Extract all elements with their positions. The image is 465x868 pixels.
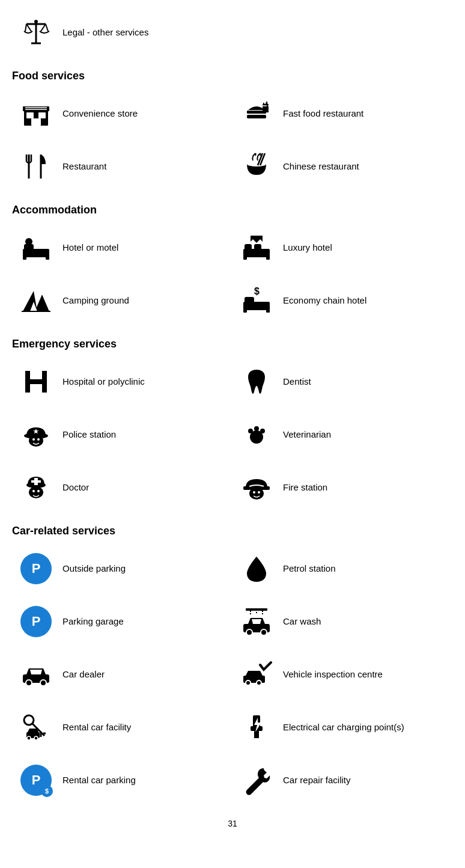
vehicle-inspection-icon <box>239 656 275 692</box>
svg-point-87 <box>246 680 251 685</box>
car-related-grid: P Outside parking Petrol station P ⌂ Par… <box>12 542 453 807</box>
page-number: 31 <box>12 819 453 828</box>
svg-point-88 <box>257 680 261 685</box>
dentist-icon <box>239 364 275 400</box>
car-repair-label: Car repair facility <box>283 774 351 786</box>
accommodation-header: Accommodation <box>12 204 453 216</box>
food-services-header: Food services <box>12 70 453 82</box>
fire-station-item: Fire station <box>232 461 453 514</box>
car-repair-icon <box>239 762 275 798</box>
rental-parking-item: P $ Rental car parking <box>12 754 232 807</box>
camping-ground-item: Camping ground <box>12 274 232 327</box>
svg-marker-41 <box>35 295 49 311</box>
rental-parking-label: Rental car parking <box>62 774 136 786</box>
petrol-station-icon <box>239 551 275 587</box>
legal-item: Legal - other services <box>12 6 453 59</box>
legal-icon <box>18 14 54 50</box>
luxury-hotel-icon <box>239 230 275 266</box>
svg-point-72 <box>253 491 255 494</box>
rental-car-item: Rental car facility <box>12 701 232 754</box>
svg-rect-39 <box>266 256 270 260</box>
petrol-station-item: Petrol station <box>232 542 453 595</box>
svg-rect-34 <box>46 256 49 260</box>
svg-point-76 <box>246 629 252 635</box>
svg-text:$: $ <box>254 286 260 296</box>
luxury-hotel-item: Luxury hotel <box>232 221 453 274</box>
svg-point-84 <box>26 680 32 686</box>
svg-rect-33 <box>23 256 26 260</box>
ev-charging-item: Electrical car charging point(s) <box>232 701 453 754</box>
svg-point-54 <box>29 435 43 447</box>
chinese-restaurant-icon <box>239 148 275 185</box>
svg-point-58 <box>252 435 261 442</box>
svg-line-6 <box>46 24 48 31</box>
svg-point-55 <box>32 438 35 441</box>
fast-food-label: Fast food restaurant <box>283 108 363 120</box>
convenience-store-icon <box>18 96 54 132</box>
hospital-label: Hospital or polyclinic <box>62 376 145 388</box>
svg-rect-45 <box>243 302 270 310</box>
svg-point-95 <box>34 736 38 740</box>
hospital-item: Hospital or polyclinic <box>12 355 232 408</box>
police-icon <box>18 417 54 453</box>
outside-parking-icon: P <box>18 551 54 587</box>
svg-rect-47 <box>243 309 247 313</box>
outside-parking-label: Outside parking <box>62 563 126 575</box>
svg-point-62 <box>251 433 255 436</box>
car-related-header: Car-related services <box>12 525 453 537</box>
economy-hotel-icon: $ <box>239 283 275 319</box>
camping-ground-label: Camping ground <box>62 295 129 307</box>
doctor-label: Doctor <box>62 481 89 494</box>
rental-parking-icon: P $ <box>18 762 54 798</box>
svg-line-4 <box>26 24 31 31</box>
hospital-icon <box>18 364 54 400</box>
svg-point-94 <box>27 736 31 740</box>
vehicle-inspection-label: Vehicle inspection centre <box>283 668 383 680</box>
legal-label: Legal - other services <box>62 26 148 38</box>
car-dealer-icon <box>18 656 54 692</box>
svg-rect-12 <box>23 106 49 111</box>
svg-point-68 <box>32 490 35 492</box>
svg-point-63 <box>258 433 262 436</box>
car-dealer-label: Car dealer <box>62 668 105 680</box>
svg-point-32 <box>25 238 32 245</box>
economy-hotel-item: $ Economy chain hotel <box>232 274 453 327</box>
convenience-store-item: Convenience store <box>12 87 232 140</box>
svg-rect-36 <box>245 244 252 250</box>
fire-station-icon <box>239 469 275 506</box>
vehicle-inspection-item: Vehicle inspection centre <box>232 648 453 701</box>
luxury-hotel-label: Luxury hotel <box>283 242 332 254</box>
svg-rect-9 <box>26 112 34 118</box>
svg-point-77 <box>261 629 267 635</box>
svg-rect-37 <box>254 244 261 250</box>
svg-point-69 <box>37 490 40 492</box>
svg-point-2 <box>34 20 38 23</box>
hotel-motel-label: Hotel or motel <box>62 242 118 254</box>
dentist-item: Dentist <box>232 355 453 408</box>
convenience-store-label: Convenience store <box>62 108 138 120</box>
svg-point-27 <box>247 162 266 167</box>
vet-label: Veterinarian <box>283 429 331 441</box>
doctor-item: Doctor <box>12 461 232 514</box>
svg-point-73 <box>258 491 260 494</box>
svg-rect-81 <box>246 608 267 611</box>
outside-parking-item: P Outside parking <box>12 542 232 595</box>
parking-blue-circle: P <box>20 553 52 584</box>
restaurant-label: Restaurant <box>62 160 106 173</box>
svg-marker-75 <box>252 619 261 624</box>
svg-rect-35 <box>243 249 270 257</box>
svg-marker-83 <box>30 670 42 674</box>
doctor-icon <box>18 469 54 506</box>
svg-rect-46 <box>245 297 254 303</box>
car-repair-item: Car repair facility <box>232 754 453 807</box>
petrol-station-label: Petrol station <box>283 563 336 575</box>
police-item: Police station <box>12 408 232 461</box>
svg-point-89 <box>24 715 34 725</box>
svg-rect-38 <box>243 256 247 260</box>
svg-rect-11 <box>31 118 41 126</box>
hotel-motel-item: Hotel or motel <box>12 221 232 274</box>
svg-rect-66 <box>31 480 41 483</box>
svg-rect-30 <box>23 249 49 257</box>
svg-point-61 <box>260 429 265 433</box>
fast-food-icon <box>239 96 275 132</box>
